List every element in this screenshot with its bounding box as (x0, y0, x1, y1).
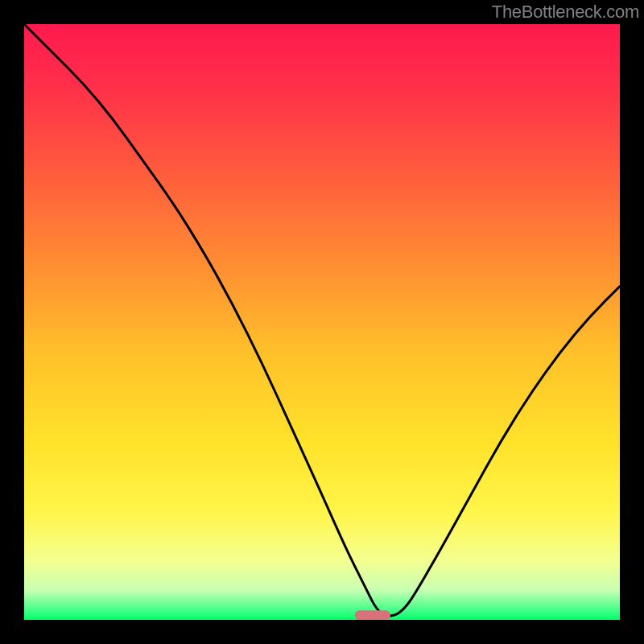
chart-frame: TheBottleneck.com (0, 0, 644, 644)
gradient-background (24, 24, 620, 620)
bottleneck-plot (24, 24, 620, 620)
optimal-marker (355, 610, 390, 620)
watermark-text: TheBottleneck.com (492, 2, 639, 23)
